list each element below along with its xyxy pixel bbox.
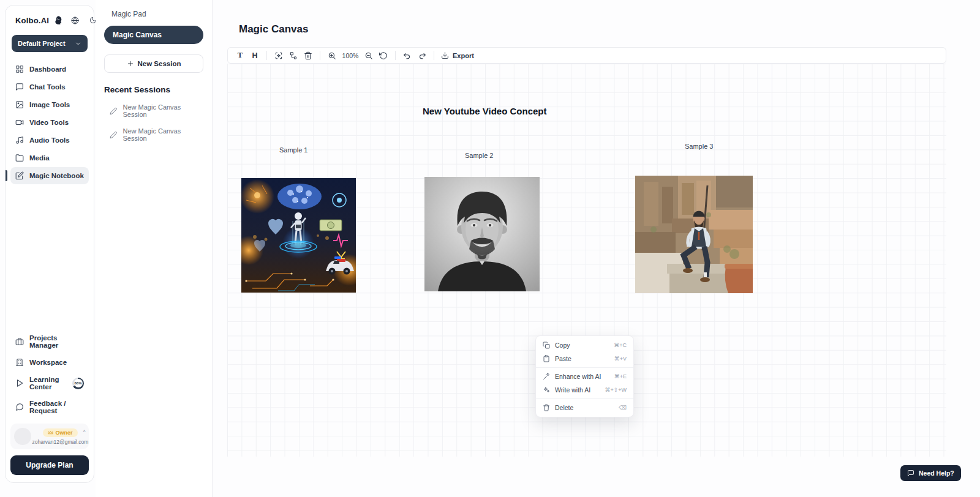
project-selector-label: Default Project [18, 40, 66, 47]
new-session-label: New Session [138, 60, 181, 67]
pencil-icon [110, 107, 117, 115]
learning-progress-value: 66% [74, 379, 83, 387]
undo-button[interactable] [400, 48, 415, 62]
session-item-label: New Magic Canvas Session [123, 103, 203, 118]
projects-manager-icon [15, 337, 24, 346]
user-card[interactable]: Owner zoharvan12@gmail.com ˄ [10, 424, 89, 449]
sample-1-label[interactable]: Sample 1 [279, 146, 307, 154]
sidebar-item-chat-tools[interactable]: Chat Tools [10, 78, 89, 95]
app-root: Kolbo.AI Default Project Dashboard Chat … [0, 0, 980, 497]
sidebar-item-label: Media [29, 154, 50, 162]
toolbar-divider [266, 51, 267, 60]
sidebar-item-label: Audio Tools [29, 136, 70, 144]
sample-2-label[interactable]: Sample 2 [465, 152, 493, 159]
brand-row: Kolbo.AI [10, 14, 89, 25]
dashboard-icon [15, 65, 24, 73]
magic-notebook-icon [15, 171, 24, 180]
chevron-down-icon [75, 40, 81, 47]
redo-icon [418, 51, 426, 60]
context-menu-shortcut: ⌫ [619, 405, 627, 411]
context-menu-label: Paste [555, 355, 571, 362]
toolbar-divider [320, 51, 320, 60]
context-menu-item-delete[interactable]: Delete ⌫ [536, 401, 633, 414]
context-menu-label: Copy [555, 342, 570, 349]
user-email: zoharvan12@gmail.com [32, 439, 89, 445]
help-chat-icon [907, 469, 914, 477]
trash-icon [304, 51, 312, 60]
toolbar-divider [434, 51, 434, 60]
sample-1-image[interactable] [241, 178, 356, 293]
context-menu-shortcut: ⌘+V [614, 356, 627, 362]
sample-2-image[interactable] [424, 177, 540, 291]
sidebar-item-learning-center[interactable]: Learning Center 66% [10, 372, 89, 395]
upgrade-plan-button[interactable]: Upgrade Plan [10, 455, 89, 475]
export-button[interactable]: Export [439, 51, 477, 59]
globe-icon[interactable] [71, 17, 79, 24]
zoom-in-button[interactable] [325, 48, 339, 62]
context-menu-item-write-with-ai[interactable]: Write with AI ⌘+⇧+W [536, 383, 633, 397]
role-badge-label: Owner [55, 430, 72, 436]
text-tool-button[interactable]: T [233, 48, 247, 62]
plus-icon [127, 60, 134, 67]
sidebar-item-image-tools[interactable]: Image Tools [10, 96, 89, 113]
context-menu-shortcut: ⌘+E [614, 373, 627, 379]
sample-3-image[interactable] [635, 176, 753, 293]
heading-tool-button[interactable]: H [247, 48, 262, 62]
session-list-item[interactable]: New Magic Canvas Session [104, 127, 203, 142]
undo-icon [403, 51, 412, 60]
brand-icon [53, 15, 63, 25]
sidebar-item-dashboard[interactable]: Dashboard [10, 61, 89, 78]
flow-icon [289, 51, 298, 60]
user-caret-icon: ˄ [83, 428, 86, 434]
tab-magic-canvas[interactable]: Magic Canvas [104, 26, 203, 44]
sidebar-item-media[interactable]: Media [10, 149, 89, 166]
sidebar-item-feedback[interactable]: Feedback / Request [10, 395, 89, 419]
ai-select-button[interactable] [271, 48, 286, 62]
video-tools-icon [15, 118, 24, 127]
sidebar-item-video-tools[interactable]: Video Tools [10, 114, 89, 131]
sidebar-nav: Dashboard Chat Tools Image Tools Video T… [10, 61, 89, 184]
session-list-item[interactable]: New Magic Canvas Session [104, 103, 203, 118]
crown-icon [48, 430, 53, 435]
sidebar-item-projects-manager[interactable]: Projects Manager [10, 330, 89, 353]
sidebar-item-label: Feedback / Request [29, 400, 84, 414]
reset-view-button[interactable] [376, 48, 391, 62]
context-menu-item-enhance-with-ai[interactable]: Enhance with AI ⌘+E [536, 370, 633, 383]
need-help-label: Need Help? [919, 469, 954, 477]
sidebar-item-audio-tools[interactable]: Audio Tools [10, 132, 89, 149]
workspace-icon [15, 358, 24, 367]
page-title: Magic Canvas [239, 23, 308, 36]
audio-tools-icon [15, 136, 24, 144]
sidebar-item-magic-notebook[interactable]: Magic Notebook [10, 167, 89, 184]
sidebar-item-label: Image Tools [29, 101, 70, 108]
role-badge: Owner [43, 428, 77, 437]
sidebar-item-label: Dashboard [29, 65, 66, 73]
copy-icon [543, 342, 550, 349]
session-item-label: New Magic Canvas Session [123, 127, 203, 142]
project-selector[interactable]: Default Project [12, 35, 88, 52]
sparkles-icon [543, 386, 550, 394]
redo-button[interactable] [415, 48, 429, 62]
toolbar-divider [395, 51, 396, 60]
context-menu: Copy ⌘+C Paste ⌘+V Enhance with AI ⌘+E W… [535, 335, 634, 417]
tab-magic-pad[interactable]: Magic Pad [104, 9, 203, 18]
flow-connector-button[interactable] [286, 48, 301, 62]
image-tools-icon [15, 100, 24, 109]
context-menu-item-copy[interactable]: Copy ⌘+C [536, 338, 633, 352]
sidebar: Kolbo.AI Default Project Dashboard Chat … [5, 5, 94, 483]
feedback-icon [15, 403, 24, 411]
canvas-heading[interactable]: New Youtube Video Concept [423, 106, 547, 116]
need-help-button[interactable]: Need Help? [900, 465, 961, 481]
download-icon [441, 51, 449, 59]
context-menu-shortcut: ⌘+⇧+W [605, 387, 627, 393]
brand-logo: Kolbo.AI [15, 16, 49, 25]
new-session-button[interactable]: New Session [104, 54, 203, 73]
sidebar-item-workspace[interactable]: Workspace [10, 354, 89, 371]
zoom-in-icon [328, 51, 336, 60]
zoom-out-button[interactable] [361, 48, 376, 62]
sample-3-label[interactable]: Sample 3 [685, 143, 713, 150]
context-menu-item-paste[interactable]: Paste ⌘+V [536, 352, 633, 365]
learning-center-icon [15, 379, 24, 387]
delete-tool-button[interactable] [301, 48, 315, 62]
zoom-level: 100% [342, 52, 359, 59]
